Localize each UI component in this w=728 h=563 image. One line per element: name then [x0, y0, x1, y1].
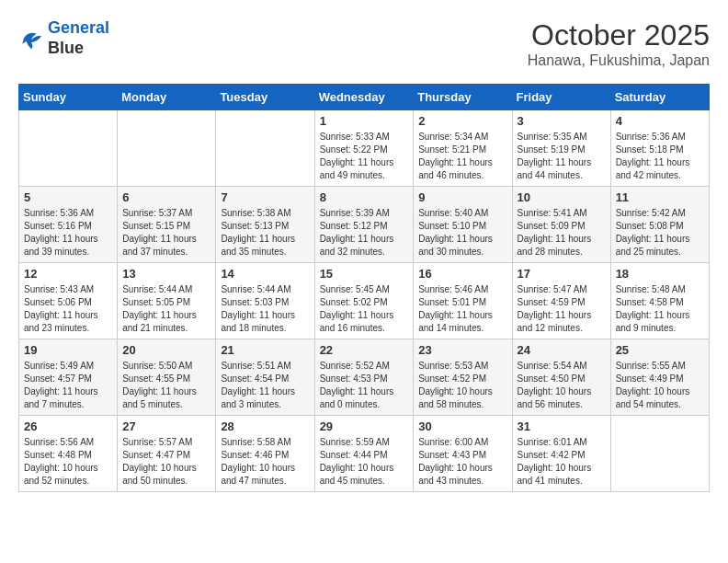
logo-blue: Blue — [48, 39, 109, 59]
calendar-cell — [216, 110, 314, 187]
logo-general: General — [48, 18, 109, 37]
day-number: 25 — [616, 343, 704, 357]
day-number: 30 — [418, 419, 506, 433]
calendar-cell: 23Sunrise: 5:53 AM Sunset: 4:52 PM Dayli… — [414, 339, 512, 416]
day-number: 2 — [418, 114, 506, 128]
day-number: 14 — [221, 267, 309, 281]
calendar-cell: 27Sunrise: 5:57 AM Sunset: 4:47 PM Dayli… — [118, 416, 216, 492]
calendar-cell: 15Sunrise: 5:45 AM Sunset: 5:02 PM Dayli… — [314, 263, 414, 339]
calendar-cell: 13Sunrise: 5:44 AM Sunset: 5:05 PM Dayli… — [118, 263, 216, 339]
day-number: 29 — [320, 419, 409, 433]
day-info: Sunrise: 5:42 AM Sunset: 5:08 PM Dayligh… — [616, 207, 704, 259]
day-number: 13 — [122, 267, 210, 281]
calendar-cell: 5Sunrise: 5:36 AM Sunset: 5:16 PM Daylig… — [19, 187, 118, 263]
calendar-cell: 16Sunrise: 5:46 AM Sunset: 5:01 PM Dayli… — [414, 263, 512, 339]
day-number: 26 — [24, 419, 112, 433]
day-number: 23 — [418, 343, 506, 357]
day-info: Sunrise: 5:40 AM Sunset: 5:10 PM Dayligh… — [418, 207, 506, 259]
day-info: Sunrise: 5:50 AM Sunset: 4:55 PM Dayligh… — [122, 360, 210, 411]
calendar-cell: 9Sunrise: 5:40 AM Sunset: 5:10 PM Daylig… — [414, 187, 512, 263]
day-info: Sunrise: 5:57 AM Sunset: 4:47 PM Dayligh… — [122, 436, 210, 488]
day-info: Sunrise: 5:51 AM Sunset: 4:54 PM Dayligh… — [221, 360, 309, 411]
day-info: Sunrise: 5:59 AM Sunset: 4:44 PM Dayligh… — [320, 436, 409, 488]
day-info: Sunrise: 5:33 AM Sunset: 5:22 PM Dayligh… — [320, 131, 409, 182]
calendar-cell: 6Sunrise: 5:37 AM Sunset: 5:15 PM Daylig… — [118, 187, 216, 263]
calendar-cell: 25Sunrise: 5:55 AM Sunset: 4:49 PM Dayli… — [610, 339, 709, 416]
calendar-cell: 7Sunrise: 5:38 AM Sunset: 5:13 PM Daylig… — [216, 187, 314, 263]
day-number: 8 — [320, 190, 409, 204]
day-info: Sunrise: 5:58 AM Sunset: 4:46 PM Dayligh… — [221, 436, 309, 488]
week-row-2: 5Sunrise: 5:36 AM Sunset: 5:16 PM Daylig… — [19, 187, 710, 263]
day-info: Sunrise: 5:56 AM Sunset: 4:48 PM Dayligh… — [24, 436, 112, 488]
day-number: 3 — [518, 114, 606, 128]
calendar-cell: 19Sunrise: 5:49 AM Sunset: 4:57 PM Dayli… — [19, 339, 118, 416]
calendar-cell: 17Sunrise: 5:47 AM Sunset: 4:59 PM Dayli… — [512, 263, 610, 339]
calendar-cell: 3Sunrise: 5:35 AM Sunset: 5:19 PM Daylig… — [512, 110, 610, 187]
day-info: Sunrise: 5:48 AM Sunset: 4:58 PM Dayligh… — [616, 283, 704, 335]
day-number: 1 — [320, 114, 409, 128]
day-info: Sunrise: 5:44 AM Sunset: 5:05 PM Dayligh… — [122, 283, 210, 335]
day-info: Sunrise: 6:01 AM Sunset: 4:42 PM Dayligh… — [518, 436, 606, 488]
day-info: Sunrise: 6:00 AM Sunset: 4:43 PM Dayligh… — [418, 436, 506, 488]
calendar-cell: 8Sunrise: 5:39 AM Sunset: 5:12 PM Daylig… — [314, 187, 414, 263]
day-info: Sunrise: 5:49 AM Sunset: 4:57 PM Dayligh… — [24, 360, 112, 411]
dow-header-saturday: Saturday — [610, 85, 709, 110]
calendar-cell: 18Sunrise: 5:48 AM Sunset: 4:58 PM Dayli… — [610, 263, 709, 339]
week-row-5: 26Sunrise: 5:56 AM Sunset: 4:48 PM Dayli… — [19, 416, 710, 492]
day-info: Sunrise: 5:36 AM Sunset: 5:18 PM Dayligh… — [616, 131, 704, 182]
dow-header-tuesday: Tuesday — [216, 85, 314, 110]
calendar-cell: 22Sunrise: 5:52 AM Sunset: 4:53 PM Dayli… — [314, 339, 414, 416]
day-number: 22 — [320, 343, 409, 357]
day-info: Sunrise: 5:39 AM Sunset: 5:12 PM Dayligh… — [320, 207, 409, 259]
calendar-cell: 1Sunrise: 5:33 AM Sunset: 5:22 PM Daylig… — [314, 110, 414, 187]
calendar-cell: 4Sunrise: 5:36 AM Sunset: 5:18 PM Daylig… — [610, 110, 709, 187]
dow-header-friday: Friday — [512, 85, 610, 110]
day-info: Sunrise: 5:55 AM Sunset: 4:49 PM Dayligh… — [616, 360, 704, 411]
calendar-cell — [118, 110, 216, 187]
logo-icon — [18, 26, 44, 52]
day-number: 12 — [24, 267, 112, 281]
calendar-cell: 11Sunrise: 5:42 AM Sunset: 5:08 PM Dayli… — [610, 187, 709, 263]
day-number: 9 — [418, 190, 506, 204]
calendar-cell: 14Sunrise: 5:44 AM Sunset: 5:03 PM Dayli… — [216, 263, 314, 339]
day-number: 11 — [616, 190, 704, 204]
day-info: Sunrise: 5:35 AM Sunset: 5:19 PM Dayligh… — [518, 131, 606, 182]
calendar-cell: 10Sunrise: 5:41 AM Sunset: 5:09 PM Dayli… — [512, 187, 610, 263]
dow-header-monday: Monday — [118, 85, 216, 110]
day-info: Sunrise: 5:46 AM Sunset: 5:01 PM Dayligh… — [418, 283, 506, 335]
day-number: 10 — [518, 190, 606, 204]
day-number: 17 — [518, 267, 606, 281]
day-info: Sunrise: 5:38 AM Sunset: 5:13 PM Dayligh… — [221, 207, 309, 259]
month-title: October 2025 — [528, 18, 710, 52]
day-info: Sunrise: 5:34 AM Sunset: 5:21 PM Dayligh… — [418, 131, 506, 182]
calendar-cell: 28Sunrise: 5:58 AM Sunset: 4:46 PM Dayli… — [216, 416, 314, 492]
days-of-week-row: SundayMondayTuesdayWednesdayThursdayFrid… — [19, 85, 710, 110]
day-info: Sunrise: 5:45 AM Sunset: 5:02 PM Dayligh… — [320, 283, 409, 335]
day-number: 31 — [518, 419, 606, 433]
day-number: 19 — [24, 343, 112, 357]
calendar-cell — [610, 416, 709, 492]
week-row-4: 19Sunrise: 5:49 AM Sunset: 4:57 PM Dayli… — [19, 339, 710, 416]
dow-header-sunday: Sunday — [19, 85, 118, 110]
location: Hanawa, Fukushima, Japan — [528, 52, 710, 69]
day-number: 5 — [24, 190, 112, 204]
dow-header-thursday: Thursday — [414, 85, 512, 110]
day-info: Sunrise: 5:54 AM Sunset: 4:50 PM Dayligh… — [518, 360, 606, 411]
calendar-cell — [19, 110, 118, 187]
day-number: 7 — [221, 190, 309, 204]
day-number: 6 — [122, 190, 210, 204]
day-info: Sunrise: 5:41 AM Sunset: 5:09 PM Dayligh… — [518, 207, 606, 259]
calendar-table: SundayMondayTuesdayWednesdayThursdayFrid… — [18, 84, 710, 492]
day-info: Sunrise: 5:47 AM Sunset: 4:59 PM Dayligh… — [518, 283, 606, 335]
week-row-3: 12Sunrise: 5:43 AM Sunset: 5:06 PM Dayli… — [19, 263, 710, 339]
day-info: Sunrise: 5:53 AM Sunset: 4:52 PM Dayligh… — [418, 360, 506, 411]
day-info: Sunrise: 5:43 AM Sunset: 5:06 PM Dayligh… — [24, 283, 112, 335]
day-number: 27 — [122, 419, 210, 433]
day-info: Sunrise: 5:37 AM Sunset: 5:15 PM Dayligh… — [122, 207, 210, 259]
calendar-cell: 31Sunrise: 6:01 AM Sunset: 4:42 PM Dayli… — [512, 416, 610, 492]
day-info: Sunrise: 5:52 AM Sunset: 4:53 PM Dayligh… — [320, 360, 409, 411]
day-number: 20 — [122, 343, 210, 357]
calendar-cell: 29Sunrise: 5:59 AM Sunset: 4:44 PM Dayli… — [314, 416, 414, 492]
calendar-cell: 2Sunrise: 5:34 AM Sunset: 5:21 PM Daylig… — [414, 110, 512, 187]
dow-header-wednesday: Wednesday — [314, 85, 414, 110]
